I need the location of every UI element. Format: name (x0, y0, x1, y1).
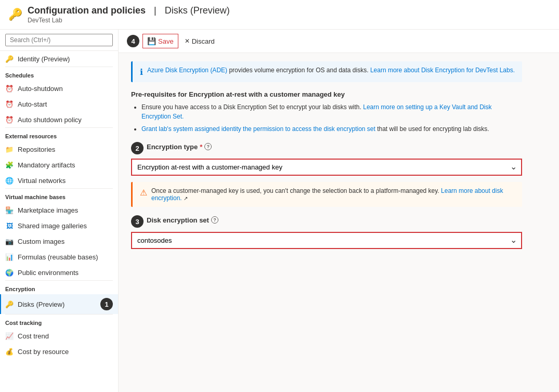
page-title: Configuration and policies (28, 5, 146, 16)
encryption-type-select[interactable]: Encryption at-rest with a platform-manag… (131, 159, 522, 176)
sidebar-item-repositories-label: Repositories (18, 146, 55, 153)
prereq-item-2: Grant lab's system assigned identity the… (141, 124, 522, 134)
section-cost-tracking: Cost tracking (0, 315, 118, 328)
step4-badge: 4 (127, 35, 139, 47)
sidebar-item-cost-trend[interactable]: 📈 Cost trend (0, 328, 118, 344)
grant-identity-link[interactable]: Grant lab's system assigned identity the… (141, 125, 375, 133)
sidebar-item-auto-shutdown-policy[interactable]: ⏰ Auto shutdown policy (0, 112, 118, 127)
custom-images-icon: 📷 (5, 237, 14, 245)
main-content: ℹ Azure Disk Encryption (ADE) provides v… (119, 53, 535, 264)
sidebar-item-cost-by-resource-label: Cost by resource (18, 348, 69, 356)
encryption-type-label: Encryption type * ? (147, 143, 212, 151)
sidebar-item-mandatory-artifacts[interactable]: 🧩 Mandatory artifacts (0, 157, 118, 173)
marketplace-icon: 🏪 (5, 206, 14, 214)
discard-button[interactable]: ✕ Discard (180, 35, 219, 48)
trend-icon: 📈 (5, 332, 14, 340)
sidebar-item-formulas-label: Formulas (reusable bases) (18, 253, 98, 261)
step3-badge: 3 (131, 215, 144, 228)
sidebar-item-public-environments[interactable]: 🌍 Public environments (0, 265, 118, 280)
sidebar-item-public-environments-label: Public environments (18, 269, 79, 277)
sidebar-item-auto-shutdown-policy-label: Auto shutdown policy (18, 116, 82, 124)
sidebar-item-shared-image-galleries-label: Shared image galleries (18, 222, 87, 230)
clock-icon: ⏰ (5, 84, 14, 93)
step2-badge: 2 (131, 142, 144, 154)
warning-box: ⚠ Once a customer-managed key is used, y… (131, 182, 522, 207)
search-input[interactable] (5, 34, 113, 46)
page-header: 🔑 Configuration and policies | Disks (Pr… (0, 0, 559, 30)
sidebar-item-mandatory-artifacts-label: Mandatory artifacts (18, 161, 75, 169)
sidebar-item-disks-preview-label: Disks (Preview) (18, 300, 64, 308)
disk-encryption-set-select[interactable]: contosodes (131, 232, 522, 249)
encryption-type-info-icon[interactable]: ? (204, 143, 212, 150)
sidebar-item-marketplace-images[interactable]: 🏪 Marketplace images (0, 202, 118, 218)
sidebar-item-auto-start[interactable]: ⏰ Auto-start (0, 96, 118, 112)
gallery-icon: 🖼 (5, 221, 14, 230)
info-banner: ℹ Azure Disk Encryption (ADE) provides v… (131, 61, 522, 82)
learn-more-ade-link[interactable]: Learn more about Disk Encryption for Dev… (370, 67, 515, 74)
disk-encryption-set-info-icon[interactable]: ? (211, 216, 218, 224)
disk-encryption-set-select-wrapper: contosodes (131, 232, 522, 249)
sidebar-item-repositories[interactable]: 📁 Repositories (0, 141, 118, 157)
sidebar-item-formulas[interactable]: 📊 Formulas (reusable bases) (0, 249, 118, 265)
header-key-icon: 🔑 (8, 8, 22, 21)
save-icon: 💾 (147, 37, 156, 45)
ade-link[interactable]: Azure Disk Encryption (ADE) (147, 67, 227, 74)
discard-icon: ✕ (185, 37, 190, 45)
toolbar: 4 💾 Save ✕ Discard (119, 30, 559, 53)
content-area: 4 💾 Save ✕ Discard ℹ Azure Disk Encrypti… (119, 30, 559, 392)
repo-icon: 📁 (5, 145, 14, 153)
sidebar-item-auto-shutdown[interactable]: ⏰ Auto-shutdown (0, 81, 118, 96)
sidebar: 🔑 Identity (Preview) Schedules ⏰ Auto-sh… (0, 30, 119, 392)
sidebar-item-cost-trend-label: Cost trend (18, 332, 49, 340)
sidebar-item-virtual-networks-label: Virtual networks (18, 177, 66, 185)
step1-badge: 1 (100, 298, 113, 310)
info-icon: ℹ (140, 67, 143, 77)
section-external: External resources (0, 128, 118, 141)
sidebar-item-cost-by-resource[interactable]: 💰 Cost by resource (0, 344, 118, 359)
section-schedules: Schedules (0, 67, 118, 81)
prereq-list: Ensure you have access to a Disk Encrypt… (131, 102, 522, 134)
formula-icon: 📊 (5, 253, 14, 261)
sidebar-item-virtual-networks[interactable]: 🌐 Virtual networks (0, 173, 118, 188)
section-vm-bases: Virtual machine bases (0, 189, 118, 202)
disk-encryption-set-label: Disk encryption set ? (147, 216, 218, 224)
save-button[interactable]: 💾 Save (142, 34, 178, 48)
external-link-icon: ↗ (184, 195, 188, 201)
key-icon: 🔑 (5, 55, 14, 63)
clock-policy-icon: ⏰ (5, 115, 14, 124)
section-encryption: Encryption (0, 281, 118, 294)
prereq-item-1: Ensure you have access to a Disk Encrypt… (141, 102, 522, 121)
sidebar-search-container (0, 30, 118, 51)
sidebar-item-identity-label: Identity (Preview) (18, 55, 70, 63)
sidebar-item-custom-images[interactable]: 📷 Custom images (0, 233, 118, 249)
sidebar-item-auto-start-label: Auto-start (18, 100, 47, 108)
network-icon: 🌐 (5, 176, 14, 185)
clock-start-icon: ⏰ (5, 100, 14, 108)
sidebar-item-custom-images-label: Custom images (18, 238, 64, 245)
page-subtitle: Disks (Preview) (165, 5, 230, 16)
artifact-icon: 🧩 (5, 161, 14, 169)
sidebar-item-identity[interactable]: 🔑 Identity (Preview) (0, 51, 118, 67)
encryption-type-select-wrapper: Encryption at-rest with a platform-manag… (131, 159, 522, 176)
sidebar-item-marketplace-images-label: Marketplace images (18, 206, 78, 214)
sidebar-item-disks-preview[interactable]: 🔑 Disks (Preview) 1 (0, 294, 118, 314)
sidebar-item-auto-shutdown-label: Auto-shutdown (18, 85, 63, 93)
breadcrumb: DevTest Lab (28, 17, 230, 24)
env-icon: 🌍 (5, 268, 14, 277)
cost-resource-icon: 💰 (5, 347, 14, 356)
sidebar-item-shared-image-galleries[interactable]: 🖼 Shared image galleries (0, 218, 118, 233)
disk-icon: 🔑 (5, 300, 14, 308)
prereq-title: Pre-requisites for Encryption at-rest wi… (131, 90, 522, 98)
warning-icon: ⚠ (140, 188, 147, 198)
